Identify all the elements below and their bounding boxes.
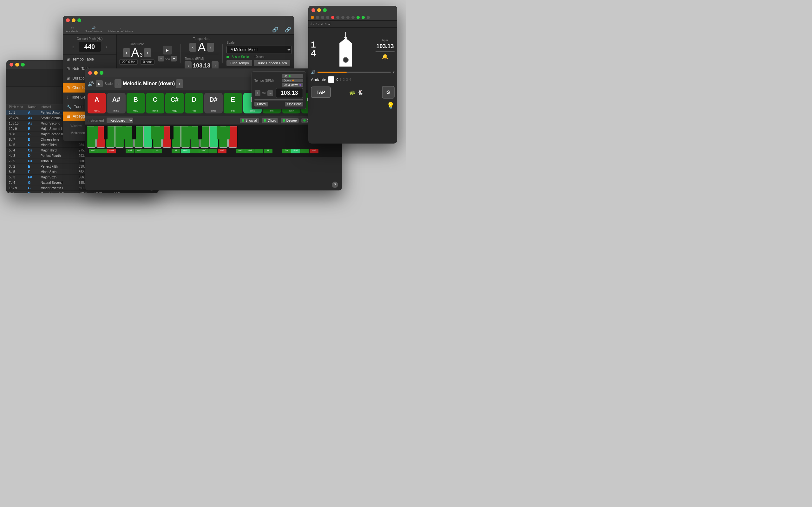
tune-concert-btn[interactable]: Tune Concert Pitch <box>254 60 290 66</box>
tempo-name: Andante <box>311 77 326 82</box>
accidental-tool[interactable]: #♭ Accidental <box>66 26 79 33</box>
key-lbl: dim6 <box>291 149 300 153</box>
chord-onebeat-row: Chord One Beat <box>254 102 303 107</box>
tune-tempo-btn[interactable]: Tune Tempo <box>226 60 252 66</box>
black-key-Fs2[interactable] <box>217 126 220 139</box>
scale-prev-btn[interactable]: ‹ <box>114 79 121 88</box>
duration-label: Duration <box>72 76 87 80</box>
note-pill-As[interactable]: A# min2 <box>107 93 125 113</box>
close-button[interactable] <box>88 71 92 75</box>
tempo-table-label: Tempo Table <box>72 57 94 61</box>
note-name: A <box>95 96 99 103</box>
volume-icon: 🔊 <box>88 81 94 87</box>
close-button[interactable] <box>9 63 13 66</box>
note-pill-A-root[interactable]: A root1 <box>88 93 106 113</box>
black-key-Cs2[interactable] <box>189 126 192 139</box>
metronome-volume-tool[interactable]: ♩ Metronome Volume <box>108 26 133 33</box>
sidebar-item-tempo-table[interactable]: ⊞ Tempo Table <box>63 55 116 64</box>
root-next[interactable]: › <box>144 48 151 57</box>
tempo-label-row: Andante 0 1 2 3 4 <box>311 76 395 83</box>
note-pill-B[interactable]: B maj2 <box>126 93 145 113</box>
accidental-label: Accidental <box>66 30 79 33</box>
black-key-Gs2[interactable] <box>160 126 164 139</box>
ratio: 16 / 15 <box>9 122 28 125</box>
metro-main-row: 1 4 bpm 103.13 <box>311 30 395 68</box>
link-icon: 🔗 <box>272 26 278 33</box>
note-pill-D[interactable]: D 4th <box>185 93 203 113</box>
black-key-Cs[interactable] <box>122 126 126 139</box>
stop-button[interactable] <box>328 76 334 83</box>
oct-plus-tempo[interactable]: + <box>255 90 260 96</box>
close-button[interactable] <box>66 18 70 22</box>
note-pill-C[interactable]: C min3 <box>146 93 164 113</box>
play-button[interactable]: ▶ <box>163 46 172 55</box>
oct-plus-main[interactable]: + <box>171 56 177 61</box>
instrument-select[interactable]: Keyboard <box>107 118 133 123</box>
note-pill-Ds[interactable]: D# dim5 <box>204 93 223 113</box>
note-degree: min3 <box>152 109 158 112</box>
maximize-button[interactable] <box>21 63 25 66</box>
led-4 <box>326 16 329 19</box>
black-key-As[interactable] <box>104 126 107 139</box>
volume-slider[interactable] <box>317 72 391 73</box>
pitch-decrease[interactable]: ‹ <box>70 43 76 51</box>
minimize-button[interactable] <box>72 18 75 22</box>
bpm-slider[interactable] <box>375 51 395 52</box>
help-button-scale[interactable]: ? <box>332 181 338 188</box>
minimize-button[interactable] <box>15 63 19 66</box>
root-octave-display: 3 <box>140 52 143 58</box>
play-scale-btn[interactable]: ▶ <box>96 80 103 87</box>
black-key-As2[interactable] <box>170 126 173 139</box>
root-prev[interactable]: ‹ <box>123 48 130 57</box>
note-name: G <box>28 181 41 184</box>
note-pill-E[interactable]: E 5th <box>223 93 242 113</box>
black-key-Ds[interactable] <box>132 126 136 139</box>
note-name: D# <box>209 96 217 103</box>
gear-button[interactable]: ⚙ <box>382 86 395 99</box>
tempo-slider[interactable] <box>254 99 303 101</box>
bulb-icon: 💡 <box>387 102 395 109</box>
maximize-button[interactable] <box>323 8 327 12</box>
degree-toggle[interactable]: Degree <box>281 118 299 123</box>
black-key-Gs3[interactable] <box>226 126 230 139</box>
tone-volume-tool[interactable]: 🔊 Tone Volume <box>86 26 102 33</box>
tempo-note-label: Tempo Note <box>193 37 210 41</box>
tempo-note-prev[interactable]: ‹ <box>189 43 196 52</box>
one-beat-label-btn[interactable]: One Beat <box>285 102 303 107</box>
down-btn[interactable]: Down <box>282 78 303 82</box>
black-key-Fs[interactable] <box>151 126 154 139</box>
show-all-dot <box>242 119 244 122</box>
chord-toggle[interactable]: Chord <box>262 118 278 123</box>
scale-status-dot <box>226 56 229 58</box>
close-button[interactable] <box>311 8 315 12</box>
tempo-table-icon: ⊞ <box>67 57 70 61</box>
pitch-increase[interactable]: › <box>103 43 109 51</box>
note-pill-Cs[interactable]: C# maj3 <box>165 93 184 113</box>
key-lbl <box>116 149 125 153</box>
scale-dropdown[interactable]: A Melodic Minor <box>226 46 292 54</box>
tempo-note-next[interactable]: › <box>207 43 214 52</box>
piano-wrapper: min7 root1 maj2 min3 4th 5th dim6 min7 r… <box>85 125 342 157</box>
oct-minus-main[interactable]: − <box>158 56 164 61</box>
up-down-buttons: Up Down Up & Down <box>282 74 303 87</box>
tap-button[interactable]: TAP <box>311 87 331 98</box>
scale-status-row: A is in Scale +0 cent <box>226 55 292 59</box>
cent: 17.6 <box>113 192 133 193</box>
maximize-button[interactable] <box>100 71 103 75</box>
show-all-toggle[interactable]: Show all <box>240 118 259 123</box>
volume-dropdown-btn[interactable]: ▾ <box>393 70 395 74</box>
key-lbl <box>190 149 199 153</box>
oct-minus-tempo[interactable]: − <box>267 90 273 96</box>
black-key-Ds2[interactable] <box>198 126 202 139</box>
up-btn[interactable]: Up <box>282 74 303 78</box>
minimize-button[interactable] <box>94 71 98 75</box>
chord-label-btn[interactable]: Chord <box>254 102 268 107</box>
updown-btn[interactable]: Up & Down <box>282 83 303 87</box>
scale-next-btn[interactable]: › <box>176 79 183 88</box>
led-11 <box>362 16 365 19</box>
black-key-Gs[interactable] <box>94 126 98 139</box>
minimize-button[interactable] <box>317 8 321 12</box>
maximize-button[interactable] <box>78 18 81 22</box>
metronome-window: ♩ ♩ ♪ ♪ ♫ ♬ 𝅗𝅥 ♩ 1 4 <box>308 6 397 144</box>
note-picker-row: ‹ A 3 › <box>123 47 151 59</box>
